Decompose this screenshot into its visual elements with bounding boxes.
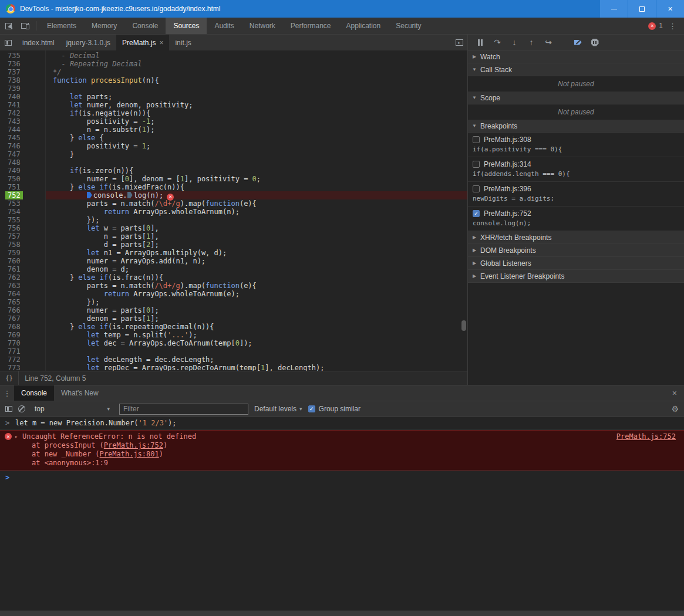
line-number[interactable]: 767 <box>0 314 45 323</box>
line-number[interactable]: 745 <box>0 134 45 142</box>
console-sidebar-icon[interactable] <box>5 406 12 412</box>
line-number[interactable]: 746 <box>0 142 45 150</box>
step-into-icon[interactable]: ↓ <box>507 35 522 49</box>
breakpoint-checkbox[interactable] <box>473 136 480 143</box>
tab-memory[interactable]: Memory <box>84 18 124 34</box>
section-call-stack[interactable]: ▼ Call Stack <box>468 63 684 76</box>
line-number[interactable]: 737 <box>0 68 45 76</box>
code-line[interactable]: } else if(is.repeatingDecimal(n)){ <box>46 323 467 331</box>
code-line[interactable]: d = parts[2]; <box>46 241 467 249</box>
stack-frame-link[interactable]: PreMath.js:801 <box>100 450 159 458</box>
device-toolbar-icon[interactable] <box>16 18 33 34</box>
tab-elements[interactable]: Elements <box>39 18 84 34</box>
line-number[interactable]: 772 <box>0 356 45 364</box>
execution-context-select[interactable]: top ▾ <box>31 403 113 415</box>
close-button[interactable]: × <box>656 0 684 18</box>
drawer-menu-icon[interactable]: ⋮ <box>0 385 14 401</box>
line-number[interactable]: 736 <box>0 60 45 68</box>
line-number[interactable]: 748 <box>0 158 45 167</box>
line-number[interactable]: 750 <box>0 175 45 183</box>
line-number[interactable]: 742 <box>0 109 45 117</box>
line-number[interactable]: 763 <box>0 282 45 290</box>
step-icon[interactable]: ↪ <box>541 35 556 49</box>
file-tab-jquery[interactable]: jquery-3.1.0.js <box>60 35 116 50</box>
section-xhr-breakpoints[interactable]: ▶ XHR/fetch Breakpoints <box>468 231 684 244</box>
line-number[interactable]: 762 <box>0 273 45 282</box>
code-line[interactable]: denom = parts[1]; <box>46 314 467 323</box>
code-line[interactable]: parts = n.match(/\d+/g).map(function(e){ <box>46 282 467 290</box>
section-event-listener-breakpoints[interactable]: ▶ Event Listener Breakpoints <box>468 270 684 283</box>
inspect-icon[interactable] <box>0 18 16 34</box>
line-number[interactable]: 769 <box>0 331 45 339</box>
group-similar-toggle[interactable]: ✓ Group similar <box>308 405 360 413</box>
line-number[interactable]: 766 <box>0 306 45 314</box>
line-number[interactable]: 738 <box>0 76 45 84</box>
tab-network[interactable]: Network <box>242 18 283 34</box>
code-line-current[interactable]: console.log(n);× <box>46 191 467 199</box>
clear-console-icon[interactable] <box>18 405 25 412</box>
section-watch[interactable]: ▶ Watch <box>468 50 684 63</box>
console-prompt[interactable]: > <box>0 471 684 476</box>
line-number[interactable]: 759 <box>0 249 45 257</box>
code-line[interactable]: numer = ArrayOps.add(n1, n); <box>46 257 467 265</box>
console-horizontal-scrollbar[interactable] <box>0 610 684 616</box>
line-number[interactable]: 770 <box>0 339 45 347</box>
code-line[interactable]: positivity = -1; <box>46 117 467 126</box>
code-line[interactable]: parts = n.match(/\d+/g).map(function(e){ <box>46 199 467 208</box>
pretty-print-button[interactable]: {} <box>0 371 19 385</box>
tab-sources[interactable]: Sources <box>166 18 207 34</box>
editor-scrollbar[interactable] <box>461 320 466 331</box>
main-menu-icon[interactable]: ⋮ <box>666 22 679 31</box>
group-similar-checkbox[interactable]: ✓ <box>308 405 315 412</box>
line-number[interactable]: 760 <box>0 257 45 265</box>
code-line[interactable]: numer = [0], denom = [1], positivity = 0… <box>46 175 467 183</box>
code-line[interactable]: n = n.substr(1); <box>46 126 467 134</box>
code-line[interactable]: if(is.zero(n)){ <box>46 167 467 175</box>
line-number[interactable]: 755 <box>0 216 45 224</box>
deactivate-breakpoints-icon[interactable] <box>570 35 585 49</box>
code-line[interactable]: let numer, denom, positivity; <box>46 101 467 109</box>
code-line[interactable]: let repDec = ArrayOps.repDecToArnum(temp… <box>46 364 467 371</box>
line-number[interactable]: 764 <box>0 290 45 298</box>
code-line[interactable]: } <box>46 150 467 158</box>
code-line[interactable]: let dec = ArrayOps.decToArnum(temp[0]); <box>46 339 467 347</box>
navigator-toggle-icon[interactable] <box>0 35 16 50</box>
line-number[interactable]: 768 <box>0 323 45 331</box>
maximize-button[interactable] <box>628 0 656 18</box>
code-line[interactable]: let parts; <box>46 93 467 101</box>
code-editor[interactable]: 7357367377387397407417427437447457467477… <box>0 50 467 371</box>
line-number[interactable]: 753 <box>0 199 45 208</box>
breakpoint-entry[interactable]: ✓PreMath.js:752console.log(n); <box>468 207 684 231</box>
code-line[interactable]: n = parts[1], <box>46 232 467 241</box>
code-line[interactable]: let decLength = dec.decLength; <box>46 356 467 364</box>
line-number[interactable]: 761 <box>0 265 45 273</box>
step-out-icon[interactable]: ↑ <box>524 35 539 49</box>
section-dom-breakpoints[interactable]: ▶ DOM Breakpoints <box>468 244 684 257</box>
tab-console[interactable]: Console <box>124 18 166 34</box>
line-number[interactable]: 756 <box>0 224 45 232</box>
code-line[interactable]: */ <box>46 68 467 76</box>
code-line[interactable]: } else if(is.frac(n)){ <box>46 273 467 282</box>
line-number[interactable]: 741 <box>0 101 45 109</box>
line-number[interactable]: 771 <box>0 347 45 356</box>
line-number[interactable]: 747 <box>0 150 45 158</box>
pause-on-exceptions-icon[interactable] <box>587 35 602 49</box>
line-number[interactable]: 743 <box>0 117 45 126</box>
tab-performance[interactable]: Performance <box>283 18 339 34</box>
code-line[interactable]: }); <box>46 298 467 306</box>
line-number[interactable]: 735 <box>0 52 45 60</box>
code-line[interactable]: numer = parts[0]; <box>46 306 467 314</box>
close-drawer-icon[interactable]: × <box>665 385 684 401</box>
console-messages[interactable]: >let m = new Precision.Number('1 2/3'); … <box>0 417 684 610</box>
line-number[interactable]: 749 <box>0 167 45 175</box>
line-number[interactable]: 752 <box>0 191 45 199</box>
line-number[interactable]: 751 <box>0 183 45 191</box>
drawer-tab-whats-new[interactable]: What's New <box>54 385 106 401</box>
code-line[interactable]: if(is.negative(n)){ <box>46 109 467 117</box>
breakpoint-checkbox[interactable]: ✓ <box>473 210 480 217</box>
settings-gear-icon[interactable]: ⚙ <box>671 404 679 414</box>
inline-breakpoint-icon[interactable] <box>87 192 92 198</box>
code-line[interactable]: - Decimal <box>46 52 467 60</box>
breakpoint-entry[interactable]: PreMath.js:308if(a.positivity === 0){ <box>468 133 684 157</box>
line-number[interactable]: 773 <box>0 364 45 371</box>
